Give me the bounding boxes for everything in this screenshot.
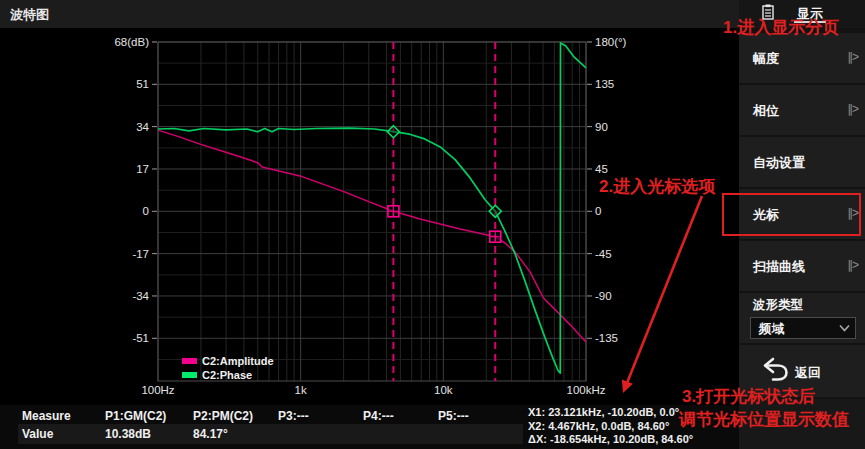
measure-header: Measure	[22, 409, 71, 423]
y-left-tick-label: 34	[136, 121, 149, 133]
measurement-p5[interactable]: P5:---	[438, 409, 469, 423]
y-right-tick-label: 0	[595, 205, 601, 217]
p1-value: 10.38dB	[105, 427, 151, 441]
page-title: 波特图	[10, 6, 49, 24]
cursor-x2-readout: X2: 4.467kHz, 0.0dB, 84.60°	[528, 420, 693, 434]
sidebar-menu: 显示 幅度 ∥> 相位 ∥> 自动设置 光标 ∥> 扫描曲线 ∥> 波形类型 频…	[739, 0, 865, 449]
measurement-p4[interactable]: P4:---	[363, 409, 394, 423]
submenu-arrow-icon: ∥>	[847, 50, 858, 64]
y-left-tick-label: 17	[136, 163, 149, 175]
sidebar-item-cursor[interactable]: 光标 ∥>	[739, 189, 865, 239]
measurement-p1[interactable]: P1:GM(C2)	[105, 409, 166, 423]
waveform-type-block: 波形类型 频域	[739, 293, 865, 343]
y-right-tick-label: -135	[595, 332, 618, 344]
annotation-step1: 1.进入显示分页	[723, 16, 839, 39]
y-right-tick-label: -45	[595, 248, 612, 260]
waveform-type-value: 频域	[759, 321, 784, 338]
title-bar: 波特图	[0, 0, 739, 28]
x-tick-label: 100kHz	[567, 384, 606, 396]
measurement-p3[interactable]: P3:---	[278, 409, 309, 423]
sidebar-item-label: 扫描曲线	[753, 258, 805, 276]
waveform-type-label: 波形类型	[753, 297, 803, 314]
back-button-label: 返回	[795, 364, 821, 382]
undo-arrow-icon	[761, 357, 789, 383]
axis-ticks: 68(dB)5134170-17-34-51180(°)13590450-45-…	[114, 36, 626, 396]
y-left-tick-label: 51	[136, 78, 149, 90]
plot-frame	[158, 42, 586, 381]
annotation-step3-line2: 调节光标位置显示数值	[679, 408, 849, 431]
p2-value: 84.17°	[193, 427, 228, 441]
amplitude-curve	[158, 130, 586, 342]
measure-bar: Measure P1:GM(C2) P2:PM(C2) P3:--- P4:--…	[0, 405, 739, 449]
y-left-tick-label: 0	[143, 205, 149, 217]
sidebar-item-autoset[interactable]: 自动设置	[739, 137, 865, 187]
chevron-down-icon	[839, 324, 850, 332]
cursor-x1-readout: X1: 23.121kHz, -10.20dB, 0.0°	[528, 406, 693, 420]
legend-label: C2:Phase	[202, 369, 252, 381]
y-right-tick-label: 135	[595, 78, 614, 90]
value-row-strip	[18, 424, 523, 444]
sidebar-item-label: 光标	[753, 206, 779, 224]
amplitude-color-swatch	[182, 358, 197, 364]
y-right-tick-label: 90	[595, 121, 608, 133]
x-tick-label: 100Hz	[141, 384, 174, 396]
submenu-arrow-icon: ∥>	[847, 102, 858, 116]
annotation-step3-line1: 3.打开光标状态后	[682, 385, 815, 408]
bode-chart: 68(dB)5134170-17-34-51180(°)13590450-45-…	[0, 0, 737, 449]
grid-lines	[158, 42, 586, 381]
y-left-tick-label: -34	[132, 290, 149, 302]
y-right-tick-label: -90	[595, 290, 612, 302]
legend-item-amplitude: C2:Amplitude	[182, 354, 274, 367]
cursor-delta-readout: ΔX: -18.654kHz, 10.20dB, 84.60°	[528, 433, 693, 447]
sidebar-item-sweep-curve[interactable]: 扫描曲线 ∥>	[739, 241, 865, 291]
cursor-readouts: X1: 23.121kHz, -10.20dB, 0.0° X2: 4.467k…	[528, 406, 693, 447]
sidebar-item-label: 自动设置	[753, 154, 805, 172]
submenu-arrow-icon: ∥>	[847, 258, 858, 272]
x-tick-label: 1k	[295, 384, 307, 396]
cursor-markers	[387, 126, 501, 242]
annotation-step2: 2.进入光标选项	[599, 175, 715, 198]
annotation-arrow	[622, 196, 702, 393]
sidebar-item-amplitude[interactable]: 幅度 ∥>	[739, 33, 865, 83]
phase-curve	[158, 43, 586, 373]
y-right-tick-label: 45	[595, 163, 608, 175]
submenu-arrow-icon: ∥>	[847, 206, 858, 220]
waveform-type-select[interactable]: 频域	[750, 317, 856, 339]
sidebar-item-label: 相位	[753, 102, 779, 120]
sidebar-item-label: 幅度	[753, 50, 779, 68]
y-left-tick-label: -51	[132, 332, 149, 344]
legend-label: C2:Amplitude	[202, 355, 274, 367]
legend-item-phase: C2:Phase	[182, 368, 274, 381]
y-left-tick-label: -17	[132, 248, 149, 260]
bode-plot-window: 波特图 68(dB)5134170-17-34-51180(°)13590450…	[0, 0, 865, 449]
chart-legend: C2:Amplitude C2:Phase	[182, 354, 274, 382]
y-left-tick-label: 68(dB)	[114, 36, 149, 48]
phase-color-swatch	[182, 372, 197, 378]
sidebar-item-phase[interactable]: 相位 ∥>	[739, 85, 865, 135]
x-tick-label: 10k	[434, 384, 453, 396]
value-header: Value	[22, 427, 53, 441]
y-right-tick-label: 180(°)	[595, 36, 627, 48]
measurement-p2[interactable]: P2:PM(C2)	[193, 409, 253, 423]
